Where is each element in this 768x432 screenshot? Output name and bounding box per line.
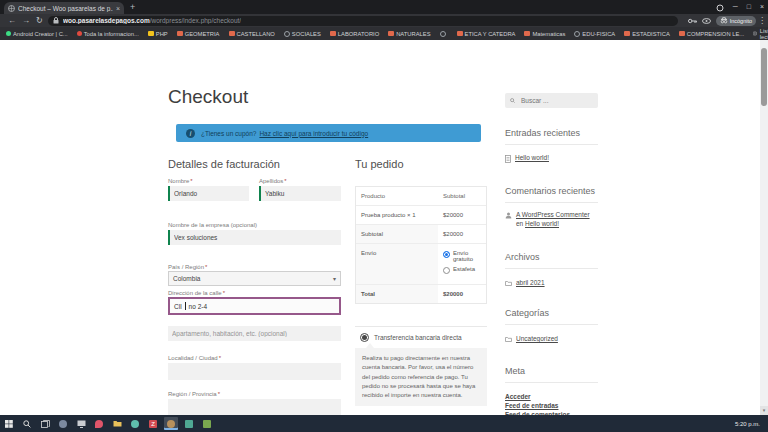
comment-connector: en: [516, 220, 523, 227]
app-icon: [59, 420, 67, 428]
comment-post-link[interactable]: Hello world!: [525, 220, 559, 227]
last-name-field[interactable]: [259, 186, 341, 201]
bookmark-folder[interactable]: ESTADISTICA: [624, 31, 670, 37]
company-label: Nombre de la empresa (opcional): [168, 222, 257, 228]
subtotal-label: Subtotal: [356, 225, 438, 243]
task-view-button[interactable]: [38, 417, 52, 430]
state-field[interactable]: [168, 399, 341, 416]
globe-favicon-icon: [574, 31, 580, 37]
coupon-link[interactable]: Haz clic aquí para introducir tu código: [259, 130, 368, 137]
payment-method-bank-transfer[interactable]: Transferencia bancaria directa: [360, 333, 487, 342]
country-label: País / Región*: [168, 264, 207, 270]
taskbar-app-edge[interactable]: [56, 417, 70, 430]
folder-icon: [388, 31, 394, 36]
recent-post-link[interactable]: Hello world!: [515, 154, 549, 163]
archive-link[interactable]: abril 2021: [516, 279, 545, 288]
z-app-icon: Z: [149, 420, 157, 428]
reload-button[interactable]: ↻: [36, 14, 43, 27]
app-icon: [131, 420, 139, 428]
php-favicon-icon: [148, 31, 154, 36]
page-content: Checkout i ¿Tienes un cupón?Haz clic aqu…: [0, 40, 760, 415]
folder-icon: [679, 31, 685, 36]
meta-link-login[interactable]: Acceder: [505, 393, 598, 400]
browser-menu-icon[interactable]: ⋮: [758, 16, 766, 25]
shipping-option-free[interactable]: Envío gratuito: [443, 250, 481, 262]
total-amount: $20000: [438, 285, 486, 303]
first-name-field[interactable]: [168, 186, 249, 201]
bookmark-folder[interactable]: Matematicas: [524, 31, 565, 37]
window-maximize-button[interactable]: □: [747, 1, 751, 13]
taskbar-app-teal-circle[interactable]: [128, 417, 142, 430]
forward-button[interactable]: →: [22, 14, 30, 27]
taskbar-app-chrome-active[interactable]: [164, 417, 178, 430]
file-explorer-button[interactable]: [110, 417, 124, 430]
pin-icon: [95, 420, 103, 428]
radio-selected-icon: [443, 251, 450, 258]
bookmark-folder[interactable]: NATURALES: [388, 31, 430, 37]
bookmark-item[interactable]: EDU-FISICA: [574, 31, 615, 37]
taskbar-clock[interactable]: 5:20 p.m.: [735, 421, 768, 427]
window-close-button[interactable]: ×: [760, 1, 764, 13]
recent-comment-item: A WordPress Commenter en Hello world!: [505, 211, 598, 229]
globe-favicon-icon: [440, 31, 446, 37]
total-label: Total: [356, 285, 438, 303]
taskbar-search-button[interactable]: [20, 417, 34, 430]
address2-field[interactable]: [168, 326, 341, 341]
back-button[interactable]: ←: [8, 14, 16, 27]
browser-toolbar: ← → ↻ woo.pasarelasdepagos.com/wordpress…: [0, 14, 768, 27]
sidebar-search[interactable]: [505, 93, 598, 108]
bookmark-folder[interactable]: ETICA Y CATEDRA: [457, 31, 516, 37]
shipping-option-estafeta[interactable]: Estafeta: [443, 266, 481, 274]
country-select[interactable]: Colombia ▾: [168, 271, 341, 286]
new-tab-button[interactable]: +: [130, 2, 135, 13]
categories-heading: Categorías: [505, 308, 598, 325]
taskbar-app-pin[interactable]: [92, 417, 106, 430]
bookmark-item[interactable]: PHP: [148, 31, 168, 37]
bookmark-folder[interactable]: CASTELLANO: [229, 31, 275, 37]
tab-favicon-globe-icon: [8, 5, 15, 12]
incognito-profile-chip[interactable]: Incógnito: [716, 16, 756, 26]
eye-icon[interactable]: [702, 18, 711, 24]
meta-link-posts-feed[interactable]: Feed de entradas: [505, 402, 598, 409]
recent-post-item: Hello world!: [505, 154, 598, 163]
city-field[interactable]: [168, 363, 341, 380]
scrollbar-down-arrow[interactable]: ▾: [760, 406, 768, 415]
password-key-icon[interactable]: [688, 18, 697, 24]
url-path: /wordpress/index.php/checkout/: [150, 17, 241, 24]
category-link[interactable]: Uncategorized: [516, 335, 558, 344]
page-scrollbar[interactable]: ▾: [760, 40, 768, 415]
comment-author-link[interactable]: A WordPress Commenter: [516, 211, 590, 218]
taskbar-app-green-square[interactable]: [200, 417, 214, 430]
start-button[interactable]: [2, 417, 16, 430]
bookmark-item[interactable]: SOCIALES: [284, 31, 321, 37]
bookmark-item[interactable]: Android Creator | C...: [6, 31, 68, 37]
address1-field[interactable]: Cll no 2-4: [168, 297, 341, 315]
reading-list-button[interactable]: Lista de lectura: [753, 28, 768, 40]
tab-close-icon[interactable]: ×: [116, 5, 120, 12]
window-minimize-button[interactable]: ─: [733, 1, 738, 13]
cast-icon[interactable]: [716, 1, 724, 13]
folder-icon: [457, 31, 463, 36]
company-field[interactable]: [168, 230, 341, 245]
payment-method-description: Realiza tu pago directamente en nuestra …: [355, 348, 487, 406]
profile-chip-label: Incógnito: [730, 18, 752, 24]
scrollbar-thumb[interactable]: [761, 48, 767, 106]
browser-tab[interactable]: Checkout – Woo pasarelas de p... ×: [4, 2, 124, 14]
search-input[interactable]: [519, 96, 593, 105]
order-heading: Tu pedido: [355, 158, 404, 170]
bookmark-folder[interactable]: LABORATORIO: [330, 31, 379, 37]
bookmark-folder[interactable]: COMPRENSION LE...: [679, 31, 744, 37]
chevron-down-icon: ▾: [333, 275, 336, 282]
taskbar-app-teal-square[interactable]: [182, 417, 196, 430]
last-name-label: Apellidos*: [259, 178, 287, 184]
taskbar-app-monitor[interactable]: [74, 417, 88, 430]
radio-selected-icon: [360, 333, 369, 342]
folder-icon: [524, 31, 530, 36]
archive-item: abril 2021: [505, 279, 598, 288]
address-bar[interactable]: woo.pasarelasdepagos.com/wordpress/index…: [48, 16, 678, 26]
taskbar-app-zoom[interactable]: Z: [146, 417, 160, 430]
bookmark-folder[interactable]: GEOMETRIA: [177, 31, 220, 37]
bookmark-item[interactable]: Toda la informacion...: [77, 31, 139, 37]
order-total-row: Total $20000: [356, 285, 486, 303]
bookmark-item[interactable]: [440, 31, 448, 37]
